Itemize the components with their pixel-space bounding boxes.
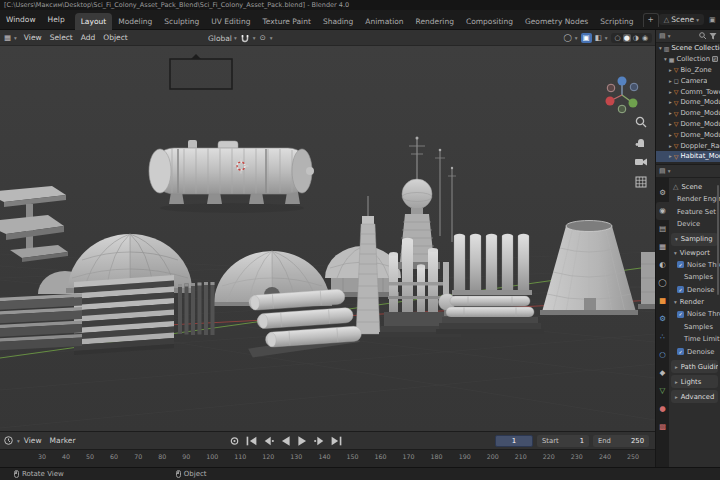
workspace-tab[interactable]: Compositing: [460, 13, 519, 30]
proportional-editing-icon[interactable]: ⊙: [259, 34, 265, 42]
workspace-tab[interactable]: Layout: [75, 13, 113, 30]
editor-type-icon[interactable]: ▦: [4, 34, 11, 42]
workspace-tab[interactable]: Modeling: [112, 13, 158, 30]
next-keyframe-button[interactable]: [313, 435, 326, 447]
collection-checkbox[interactable]: ✓: [712, 56, 719, 63]
breadcrumb[interactable]: △ Scene: [669, 180, 720, 193]
shading-wireframe-button[interactable]: ○: [614, 34, 622, 42]
outliner-object-row[interactable]: ▸ ▽ Dome_Module_D: [656, 129, 720, 140]
checkbox-checked[interactable]: ✓: [677, 261, 684, 268]
outliner-row-scene-collection[interactable]: ▾ ▥ Scene Collection: [656, 43, 720, 54]
editor-type-icon[interactable]: ▤: [659, 167, 666, 175]
outliner-object-row[interactable]: ▸ ▽ Bio_Zone: [656, 65, 720, 76]
scrollbar[interactable]: [717, 185, 719, 295]
jump-to-end-button[interactable]: [330, 435, 343, 447]
workspace-tab[interactable]: Sculpting: [158, 13, 205, 30]
render-noise-threshold-row[interactable]: ✓ Noise Threshold: [669, 308, 720, 321]
properties-tab[interactable]: ○: [656, 346, 669, 364]
properties-tab[interactable]: ●: [656, 400, 669, 418]
properties-tab[interactable]: ◐: [656, 256, 669, 274]
viewport-3d[interactable]: ▦ ▾ ViewSelectAddObject Global ▾ ▾ ⊙ ▾ ◯…: [0, 30, 655, 431]
device-row[interactable]: Device: [669, 218, 720, 231]
viewport-menu-item[interactable]: Select: [46, 33, 77, 42]
disclosure-closed-icon[interactable]: ▸: [669, 78, 672, 84]
editor-type-icon[interactable]: [4, 436, 13, 445]
viewport-menu-item[interactable]: Add: [77, 33, 100, 42]
play-reverse-button[interactable]: [279, 435, 292, 447]
disclosure-closed-icon[interactable]: ▸: [669, 132, 672, 138]
frame-start-field[interactable]: Start1: [537, 435, 589, 447]
topbar-menu-item[interactable]: Window: [0, 10, 42, 30]
properties-tab[interactable]: ▤: [656, 220, 669, 238]
workspace-tab[interactable]: UV Editing: [205, 13, 256, 30]
viewport-menu-item[interactable]: View: [20, 33, 46, 42]
shading-solid-button[interactable]: ●: [623, 34, 631, 42]
disclosure-closed-icon[interactable]: ▸: [669, 110, 672, 116]
properties-tab[interactable]: ⚙: [656, 310, 669, 328]
checkbox-checked[interactable]: ✓: [677, 286, 684, 293]
properties-tab[interactable]: ▽: [656, 382, 669, 400]
properties-tab[interactable]: ◆: [656, 364, 669, 382]
viewport-noise-threshold-row[interactable]: ✓ Noise Threshold: [669, 259, 720, 272]
disclosure-closed-icon[interactable]: ▸: [669, 121, 672, 127]
shading-rendered-button[interactable]: ◉: [641, 34, 649, 42]
sampling-panel-header[interactable]: ▾ Sampling: [671, 233, 718, 246]
feature-set-row[interactable]: Feature Set: [669, 206, 720, 219]
overlays-toggle-icon[interactable]: ▣: [581, 33, 592, 43]
workspace-tab[interactable]: Shading: [317, 13, 359, 30]
path-guiding-panel-header[interactable]: ▸ Path Guiding: [671, 360, 718, 373]
timeline-menu-item[interactable]: Marker: [50, 436, 76, 445]
advanced-panel-header[interactable]: ▸ Advanced: [671, 390, 718, 403]
outliner-object-row[interactable]: ▸ ▽ Doppler_Radar: [656, 140, 720, 151]
properties-tab[interactable]: ⚙: [656, 184, 669, 202]
render-engine-row[interactable]: Render Engine: [669, 193, 720, 206]
timeline-menu-item[interactable]: View: [24, 436, 42, 445]
transform-orientation-dropdown[interactable]: Global ▾: [208, 34, 237, 43]
stacked-habitat-building[interactable]: [74, 275, 174, 355]
snap-magnet-icon[interactable]: [241, 34, 249, 43]
render-sampling-subpanel[interactable]: ▾ Render: [669, 296, 720, 308]
properties-tab[interactable]: ▩: [656, 418, 669, 436]
disclosure-closed-icon[interactable]: ▸: [669, 89, 672, 95]
disclosure-closed-icon[interactable]: ▸: [669, 99, 672, 105]
workspace-tab[interactable]: Scripting: [594, 13, 639, 30]
properties-tab[interactable]: ■: [656, 292, 669, 310]
current-frame-field[interactable]: 1: [495, 435, 533, 447]
add-workspace-button[interactable]: +: [643, 13, 659, 27]
viewport-samples-row[interactable]: Samples: [669, 271, 720, 284]
jump-to-start-button[interactable]: [245, 435, 258, 447]
disclosure-closed-icon[interactable]: ▸: [669, 143, 672, 149]
properties-tab[interactable]: ∴: [656, 328, 669, 346]
frame-end-field[interactable]: End250: [593, 435, 649, 447]
editor-type-icon[interactable]: ▤: [659, 32, 666, 40]
outliner-object-row[interactable]: ▸ ◻ Camera: [656, 75, 720, 86]
search-icon[interactable]: [699, 32, 707, 40]
viewport-denoise-row[interactable]: ✓ Denoise: [669, 284, 720, 297]
gizmos-dropdown-icon[interactable]: ◯: [563, 34, 571, 42]
viewport-menu-item[interactable]: Object: [99, 33, 131, 42]
checkbox-checked[interactable]: ✓: [677, 311, 684, 318]
outliner-object-row[interactable]: ▸ ▽ Habitat_Module: [656, 151, 720, 162]
scene-canvas[interactable]: [0, 46, 655, 431]
disclosure-open-icon[interactable]: ▾: [664, 56, 667, 62]
properties-tab[interactable]: ▦: [656, 238, 669, 256]
disclosure-closed-icon[interactable]: ▸: [669, 153, 672, 159]
scene-selector[interactable]: △ Scene ▾: [659, 14, 704, 25]
render-denoise-row[interactable]: ✓ Denoise: [669, 346, 720, 359]
play-button[interactable]: [296, 435, 309, 447]
checkbox-checked[interactable]: ✓: [677, 348, 684, 355]
outliner-object-row[interactable]: ▸ ▽ Dome_Module_B: [656, 108, 720, 119]
view-layer-icon[interactable]: ▣: [709, 16, 716, 24]
time-limit-row[interactable]: Time Limit: [669, 333, 720, 346]
timeline-ruler[interactable]: 3040506070809010011012013014015016017018…: [0, 449, 655, 467]
shading-material-button[interactable]: ◑: [632, 34, 640, 42]
properties-tab[interactable]: ◯: [656, 274, 669, 292]
workspace-tab[interactable]: Animation: [359, 13, 409, 30]
outliner-row-collection[interactable]: ▾ ▦ Collection ✓: [656, 54, 720, 65]
viewport-sampling-subpanel[interactable]: ▾ Viewport: [669, 247, 720, 259]
xray-toggle-icon[interactable]: ◧: [595, 34, 602, 42]
prev-keyframe-button[interactable]: [262, 435, 275, 447]
outliner-object-row[interactable]: ▸ ▽ Dome_Module_A: [656, 97, 720, 108]
workspace-tab[interactable]: Geometry Nodes: [519, 13, 594, 30]
workspace-tab[interactable]: Rendering: [410, 13, 460, 30]
